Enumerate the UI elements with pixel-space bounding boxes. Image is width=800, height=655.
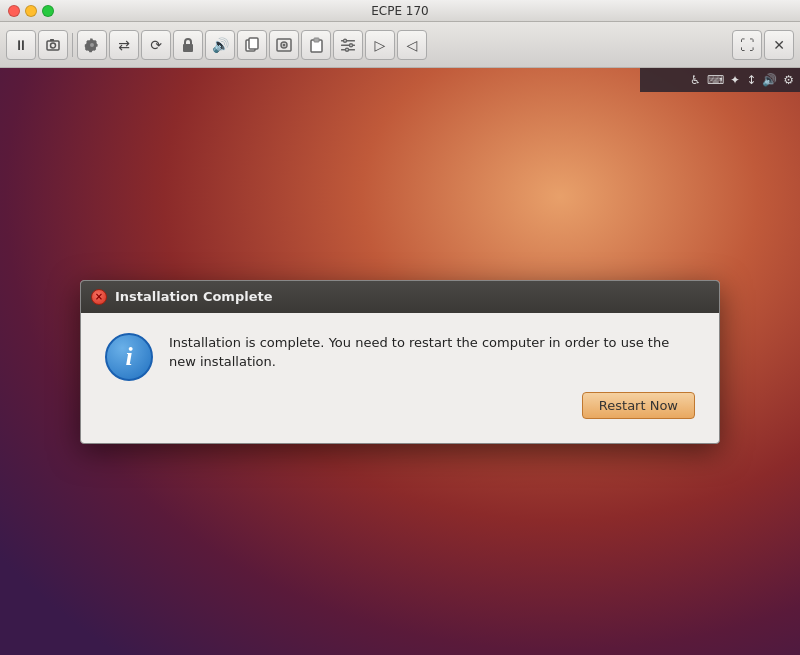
svg-point-15 — [344, 39, 347, 42]
dialog-overlay: × Installation Complete i Installation i… — [0, 68, 800, 655]
svg-rect-11 — [314, 38, 319, 42]
restart-now-button[interactable]: Restart Now — [582, 392, 695, 419]
minimize-button[interactable] — [25, 5, 37, 17]
dialog-message: Installation is complete. You need to re… — [169, 333, 695, 372]
svg-point-9 — [283, 43, 286, 46]
info-icon: i — [105, 333, 153, 381]
svg-point-3 — [90, 43, 94, 47]
dialog-close-button[interactable]: × — [91, 289, 107, 305]
exit-button[interactable]: ✕ — [764, 30, 794, 60]
svg-rect-2 — [50, 39, 54, 41]
vm-toolbar: ⏸ ⇄ ⟳ 🔊 — [0, 22, 800, 68]
switch-button[interactable]: ⇄ — [109, 30, 139, 60]
svg-point-1 — [51, 43, 56, 48]
svg-rect-4 — [183, 44, 193, 52]
installation-complete-dialog: × Installation Complete i Installation i… — [80, 280, 720, 444]
dialog-content: Installation is complete. You need to re… — [169, 333, 695, 419]
close-button[interactable] — [8, 5, 20, 17]
desktop: ECPE 170 ⏸ ⇄ ⟳ 🔊 — [0, 0, 800, 655]
pause-button[interactable]: ⏸ — [6, 30, 36, 60]
dialog-actions: Restart Now — [169, 392, 695, 419]
svg-point-17 — [346, 48, 349, 51]
dialog-title: Installation Complete — [115, 289, 273, 304]
svg-point-16 — [350, 43, 353, 46]
screenshot-button[interactable] — [269, 30, 299, 60]
lock-button[interactable] — [173, 30, 203, 60]
audio-button[interactable]: 🔊 — [205, 30, 235, 60]
window-title: ECPE 170 — [371, 4, 429, 18]
copy-button[interactable] — [237, 30, 267, 60]
back-button[interactable]: ◁ — [397, 30, 427, 60]
vm-titlebar: ECPE 170 — [0, 0, 800, 22]
snapshot-button[interactable] — [38, 30, 68, 60]
separator-1 — [72, 33, 73, 57]
prefs-button[interactable] — [333, 30, 363, 60]
settings-button[interactable] — [77, 30, 107, 60]
fullscreen-button[interactable]: ⛶ — [732, 30, 762, 60]
window-controls — [8, 5, 54, 17]
maximize-button[interactable] — [42, 5, 54, 17]
dialog-body: i Installation is complete. You need to … — [81, 313, 719, 443]
forward-button[interactable]: ▷ — [365, 30, 395, 60]
refresh-button[interactable]: ⟳ — [141, 30, 171, 60]
paste-button[interactable] — [301, 30, 331, 60]
dialog-titlebar: × Installation Complete — [81, 281, 719, 313]
svg-rect-6 — [249, 38, 258, 49]
